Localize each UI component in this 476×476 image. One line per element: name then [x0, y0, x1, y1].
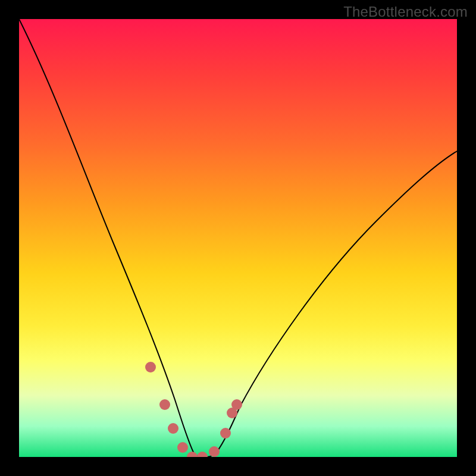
- chart-svg: [19, 19, 457, 457]
- marker-group: [145, 362, 242, 457]
- chart-frame: TheBottleneck.com: [0, 0, 476, 476]
- marker-dot: [231, 399, 242, 410]
- marker-dot: [177, 442, 188, 453]
- plot-area: [19, 19, 457, 457]
- marker-dot: [187, 452, 198, 457]
- marker-dot: [168, 423, 178, 434]
- watermark-text: TheBottleneck.com: [343, 4, 468, 20]
- marker-dot: [159, 399, 170, 410]
- marker-dot: [197, 452, 208, 457]
- marker-dot: [220, 428, 231, 439]
- marker-dot: [209, 446, 220, 457]
- marker-dot: [145, 362, 156, 372]
- bottleneck-curve: [19, 19, 457, 457]
